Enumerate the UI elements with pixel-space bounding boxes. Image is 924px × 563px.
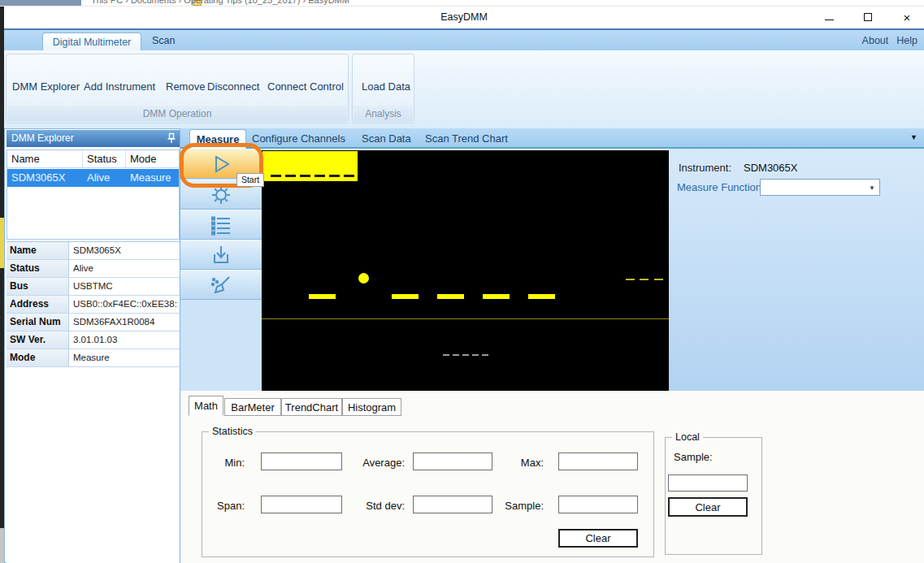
property-value: 3.01.01.03 [73, 331, 178, 349]
property-value: SDM3065X [73, 242, 178, 259]
window-title: EasyDMM [4, 6, 924, 28]
min-input[interactable] [261, 453, 342, 470]
minimize-icon [825, 19, 834, 20]
dmm-explorer-button[interactable]: DMM Explorer [12, 80, 80, 93]
tab-math[interactable]: Math [189, 396, 223, 416]
span-input[interactable] [261, 496, 342, 513]
panel-header: DMM Explorer [7, 130, 180, 147]
secondary-dash [443, 354, 449, 356]
instrument-table: Name Status Mode SDM3065X Alive Measure [7, 149, 180, 240]
sample-input[interactable] [558, 496, 638, 513]
property-row: SW Ver.3.01.01.03 [7, 331, 180, 349]
background-window-chrome [0, 0, 81, 6]
tab-scan-trend-chart[interactable]: Scan Trend Chart [425, 132, 508, 145]
property-label: Name [7, 242, 69, 259]
property-row: BusUSBTMC [7, 278, 180, 296]
save-data-button[interactable] [180, 240, 262, 270]
reading-dash [437, 294, 464, 299]
secondary-dash [482, 354, 488, 356]
close-button[interactable]: × [893, 6, 921, 28]
local-clear-button[interactable]: Clear [668, 497, 748, 517]
about-link[interactable]: About [862, 35, 889, 46]
stddev-input[interactable] [413, 496, 492, 513]
maximize-button[interactable] [854, 6, 882, 28]
property-label: Mode [7, 349, 69, 366]
download-icon [210, 245, 232, 266]
column-header-status[interactable]: Status [83, 150, 126, 168]
pin-icon[interactable] [167, 132, 176, 144]
tab-histogram[interactable]: Histogram [342, 398, 401, 416]
background-explorer-strip: This PC › Documents › Operating Tips (10… [0, 0, 924, 6]
instrument-value: SDM3065X [744, 162, 797, 174]
property-value: USBTMC [73, 278, 178, 295]
unit-dash [654, 279, 663, 280]
play-icon [209, 154, 233, 175]
local-sample-input[interactable] [668, 474, 748, 492]
unit-dash [626, 279, 635, 280]
group-label-analysis: Analysis [354, 106, 413, 122]
property-value: Alive [73, 260, 178, 277]
secondary-dash [453, 354, 459, 356]
tab-trendchart[interactable]: TrendChart [281, 398, 342, 416]
properties-table: NameSDM3065X StatusAlive BusUSBTMC Addre… [7, 241, 180, 563]
property-value: Measure [73, 349, 178, 366]
statistics-clear-button[interactable]: Clear [558, 529, 638, 548]
chevron-down-icon[interactable]: ▼ [910, 133, 917, 141]
max-input[interactable] [558, 453, 638, 470]
property-row: NameSDM3065X [7, 242, 180, 260]
tab-digital-multimeter[interactable]: Digital Multimeter [42, 32, 141, 52]
reading-dash [392, 294, 419, 299]
instrument-label: Instrument: [679, 162, 731, 174]
minimize-button[interactable] [815, 6, 843, 28]
ribbon-group-analysis: Load Data Analysis [352, 54, 414, 123]
menu-tab-strip: Digital Multimeter Scan About Help [4, 28, 924, 50]
ribbon-group-dmm-operation: DMM Explorer Add Instrument Remove Disco… [6, 54, 349, 123]
tab-scan-data[interactable]: Scan Data [362, 132, 411, 145]
breadcrumb: This PC › Documents › Operating Tips (10… [91, 0, 349, 5]
overlay-dash [300, 175, 310, 177]
instrument-name: SDM3065X [11, 169, 65, 187]
overlay-dash [271, 175, 281, 177]
analysis-area: Math BarMeter TrendChart Histogram Stati… [180, 391, 924, 563]
tab-measure[interactable]: Measure [189, 129, 246, 149]
column-header-name[interactable]: Name [7, 150, 83, 168]
connect-button[interactable]: Connect [267, 80, 306, 93]
column-header-mode[interactable]: Mode [126, 150, 180, 168]
ribbon: DMM Explorer Add Instrument Remove Disco… [4, 50, 924, 128]
overlay-dash [329, 175, 340, 177]
clean-button[interactable] [180, 270, 262, 300]
min-label: Min: [204, 457, 245, 469]
property-row: Serial NumSDM36FAX1R0084 [7, 314, 180, 331]
average-input[interactable] [413, 453, 492, 470]
instrument-row-selected[interactable]: SDM3065X Alive Measure [7, 169, 179, 187]
disconnect-button[interactable]: Disconnect [207, 80, 259, 93]
property-label: SW Ver. [7, 331, 69, 349]
tab-configure-channels[interactable]: Configure Channels [252, 132, 345, 145]
content-tab-strip: Measure Configure Channels Scan Data Sca… [180, 128, 924, 149]
tab-scan[interactable]: Scan [152, 35, 176, 46]
instrument-panel: Instrument: SDM3065X Measure Function ▼ [669, 149, 924, 391]
add-instrument-button[interactable]: Add Instrument [84, 80, 155, 93]
remove-button[interactable]: Remove [166, 80, 205, 93]
tab-barmeter[interactable]: BarMeter [224, 398, 281, 416]
panel-title: DMM Explorer [11, 132, 74, 144]
reading-dash [528, 294, 555, 299]
measure-function-dropdown[interactable]: ▼ [760, 179, 880, 196]
span-label: Span: [204, 500, 245, 512]
maximize-icon [864, 13, 872, 21]
statistics-groupbox: Statistics Min: Average: Max: Span: Std … [202, 431, 654, 557]
help-link[interactable]: Help [896, 35, 917, 46]
list-button[interactable] [180, 210, 262, 240]
control-button[interactable]: Control [310, 80, 344, 93]
overlay-dash [315, 175, 325, 177]
dmm-explorer-panel: DMM Explorer Name Status Mode SDM3065X A… [4, 128, 180, 563]
property-label: Bus [7, 278, 69, 295]
local-title: Local [672, 431, 703, 443]
property-value: SDM36FAX1R0084 [73, 314, 178, 331]
secondary-dash [472, 354, 479, 356]
reading-dash [309, 294, 336, 299]
property-label: Address [7, 296, 69, 313]
easydmm-window: EasyDMM × Digital Multimeter Scan About … [4, 6, 924, 563]
load-data-button[interactable]: Load Data [362, 80, 410, 93]
local-sample-label: Sample: [674, 451, 722, 463]
